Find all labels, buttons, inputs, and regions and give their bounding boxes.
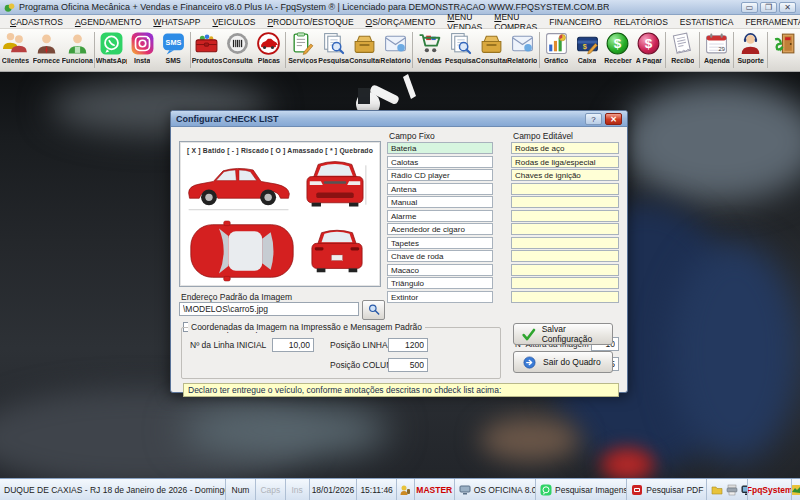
toolbar-button-relatorio-vendas[interactable]: Relatório <box>507 29 538 71</box>
toolbar-button-clientes[interactable]: Clientes <box>0 29 31 71</box>
browse-image-button[interactable] <box>362 300 385 320</box>
campo-editavel-field[interactable] <box>511 277 619 289</box>
toolbar-label: Gráfico <box>544 57 569 64</box>
toolbar-label: Consultar <box>476 57 507 64</box>
printer-icon[interactable] <box>726 484 738 496</box>
toolbar-label: Recibo <box>671 57 694 64</box>
background-photo: Configurar CHECK LIST ? ✕ [ X ] Batido [… <box>0 72 800 478</box>
campo-editavel-field[interactable]: Rodas de liga/especial <box>511 156 619 168</box>
minimize-icon[interactable]: ▭ <box>741 2 758 13</box>
menu-financeiro[interactable]: FINANCEIRO <box>543 17 607 27</box>
toolbar-label: Pesquisar <box>318 57 349 64</box>
campo-fixo-field[interactable]: Triângulo <box>387 277 493 289</box>
campo-fixo-field[interactable]: Acendedor de cigaro <box>387 223 493 235</box>
menu-os-orcamento[interactable]: OS/ORÇAMENTO <box>360 17 442 27</box>
toolbar-button-sms[interactable]: SMS SMS <box>158 29 189 71</box>
menu-agendamento[interactable]: AGENDAMENTO <box>69 17 147 27</box>
campo-fixo-field[interactable]: Chave de roda <box>387 250 493 262</box>
dialog-close-icon[interactable]: ✕ <box>605 113 622 125</box>
campo-editavel-field[interactable]: Chaves de ignição <box>511 169 619 181</box>
campo-editavel-field[interactable]: Rodas de aço <box>511 142 619 154</box>
monitor-icon[interactable] <box>741 484 749 496</box>
whatsapp-mini-icon <box>540 484 552 496</box>
linha-inicial-input[interactable] <box>272 338 314 352</box>
mechanic-arm <box>480 417 580 462</box>
exit-frame-button[interactable]: Sair do Quadro <box>513 351 613 373</box>
toolbar-button-insta[interactable]: Insta <box>127 29 158 71</box>
toolbar-button-sair[interactable] <box>769 29 800 71</box>
report-icon <box>510 31 535 56</box>
campo-fixo-field[interactable]: Macaco <box>387 264 493 276</box>
campo-fixo-field[interactable]: Rádio CD player <box>387 169 493 181</box>
toolbar-label: Relatório <box>507 57 537 64</box>
toolbar-button-placas[interactable]: Placas <box>253 29 284 71</box>
campo-editavel-field[interactable] <box>511 250 619 262</box>
menu-estatistica[interactable]: ESTATISTICA <box>674 17 740 27</box>
campo-fixo-field[interactable]: Bateria <box>387 142 493 154</box>
toolbar-label: Vendas <box>417 57 442 64</box>
toolbar-button-consultar-os[interactable]: Consultar <box>349 29 380 71</box>
campo-editavel-field[interactable] <box>511 223 619 235</box>
campo-editavel-field[interactable] <box>511 291 619 303</box>
toolbar-button-funciona[interactable]: Funciona <box>62 29 93 71</box>
toolbar-button-consultar-vendas[interactable]: Consultar <box>476 29 507 71</box>
folder-icon[interactable] <box>711 484 723 496</box>
menu-whatsapp[interactable]: WHATSAPP <box>147 17 206 27</box>
toolbar-button-fornece[interactable]: Fornece <box>31 29 62 71</box>
toolbar-button-produtos[interactable]: Produtos <box>192 29 223 71</box>
inbox-icon <box>352 31 377 56</box>
check-icon <box>522 327 536 342</box>
toolbar-button-caixa[interactable]: $ Caixa <box>572 29 603 71</box>
status-search-images[interactable]: Pesquisar Imagens <box>536 479 627 500</box>
image-path-label: Endereço Padrão da Imagem <box>181 292 292 302</box>
supplier-icon <box>34 31 59 56</box>
pay-icon: $ <box>636 31 661 56</box>
campo-fixo-field[interactable]: Extintor <box>387 291 493 303</box>
menu-produto-estoque[interactable]: PRODUTO/ESTOQUE <box>261 17 359 27</box>
campo-editavel-field[interactable] <box>511 264 619 276</box>
toolbar-button-receber[interactable]: $ Receber <box>603 29 634 71</box>
toolbar-label: SMS <box>165 57 180 64</box>
save-configuration-button[interactable]: Salvar Configuração <box>513 323 613 345</box>
toolbar-button-a-pagar[interactable]: $ A Pagar <box>633 29 664 71</box>
menu-cadastros[interactable]: CADASTROS <box>4 17 69 27</box>
car-top-view <box>186 220 298 282</box>
toolbar-button-vendas[interactable]: Vendas <box>414 29 445 71</box>
posicao-linha-input[interactable] <box>388 338 428 352</box>
support-icon <box>738 31 763 56</box>
toolbar-button-recibo[interactable]: Recibo <box>667 29 698 71</box>
dialog-help-icon[interactable]: ? <box>585 113 602 125</box>
campo-fixo-field[interactable]: Manual <box>387 196 493 208</box>
toolbar-button-consultar-produtos[interactable]: Consultar <box>222 29 253 71</box>
toolbar-button-agenda[interactable]: 29 Agenda <box>701 29 732 71</box>
close-icon[interactable]: ✕ <box>779 2 796 13</box>
status-search-pdf[interactable]: Pesquisar PDF <box>627 479 706 500</box>
campo-fixo-field[interactable]: Calotas <box>387 156 493 168</box>
toolbar-button-whatsapp[interactable]: WhatsApp <box>96 29 127 71</box>
toolbar-button-pesquisar-os[interactable]: Pesquisar <box>318 29 349 71</box>
campo-fixo-field[interactable]: Alarme <box>387 210 493 222</box>
menu-ferramentas[interactable]: FERRAMENTAS <box>739 17 800 27</box>
campo-editavel-field[interactable] <box>511 183 619 195</box>
campo-editavel-field[interactable] <box>511 196 619 208</box>
menu-relatorios[interactable]: RELATÓRIOS <box>608 17 674 27</box>
dialog-titlebar[interactable]: Configurar CHECK LIST ? ✕ <box>171 111 627 127</box>
arrow-circle-icon <box>522 355 537 370</box>
toolbar-button-suporte[interactable]: Suporte <box>735 29 766 71</box>
restore-icon[interactable]: ❐ <box>760 2 777 13</box>
campo-editavel-field[interactable] <box>511 237 619 249</box>
posicao-coluna-input[interactable] <box>388 358 428 372</box>
campo-fixo-field[interactable]: Antena <box>387 183 493 195</box>
toolbar-button-grafico[interactable]: Gráfico <box>541 29 572 71</box>
status-location: DUQUE DE CAXIAS - RJ 18 de Janeiro de 20… <box>0 479 226 500</box>
toolbar-button-servicos[interactable]: Serviços <box>287 29 318 71</box>
toolbar-button-relatorio-os[interactable]: Relatório <box>380 29 411 71</box>
campo-editavel-field[interactable] <box>511 210 619 222</box>
coordinates-group-title: Coordenadas da Imagem na Impressão e Men… <box>188 322 425 332</box>
menu-veiculos[interactable]: VEICULOS <box>206 17 261 27</box>
image-path-input[interactable] <box>179 302 359 316</box>
report-icon <box>383 31 408 56</box>
instagram-icon <box>130 31 155 56</box>
toolbar-button-pesquisar-vendas[interactable]: Pesquisar <box>445 29 476 71</box>
campo-fixo-field[interactable]: Tapetes <box>387 237 493 249</box>
